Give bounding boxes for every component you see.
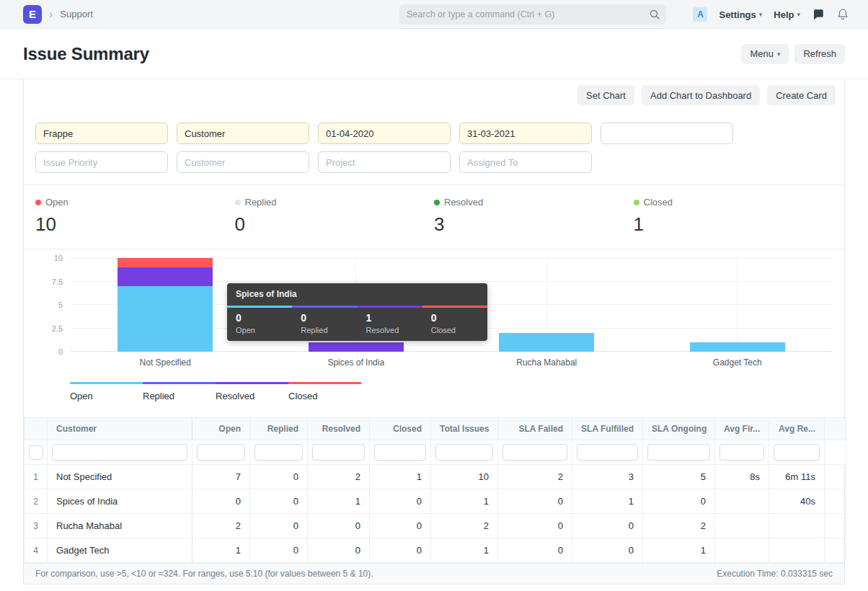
- chat-icon[interactable]: [812, 8, 825, 21]
- column-header-customer[interactable]: Customer: [48, 418, 192, 440]
- bell-icon[interactable]: [836, 8, 849, 21]
- cell-total-issues[interactable]: 2: [431, 514, 498, 538]
- cell-total-issues[interactable]: 1: [431, 489, 498, 514]
- cell-customer[interactable]: Not Specified: [48, 465, 192, 489]
- cell-closed[interactable]: 0: [370, 489, 431, 514]
- cell-customer[interactable]: Spices of India: [48, 489, 192, 514]
- bar-segment-open[interactable]: [118, 286, 213, 352]
- column-header-resolved[interactable]: Resolved: [308, 418, 370, 440]
- bar-segment-open[interactable]: [499, 333, 594, 352]
- project-filter[interactable]: [318, 151, 451, 173]
- bar-stack[interactable]: [690, 342, 785, 352]
- cell-open[interactable]: 2: [192, 514, 250, 538]
- column-header-total-issues[interactable]: Total Issues: [431, 418, 498, 440]
- cell-open[interactable]: 7: [192, 465, 250, 489]
- column-header-sla-fulfilled[interactable]: SLA Fulfilled: [572, 418, 643, 440]
- cell-replied[interactable]: 0: [250, 514, 308, 538]
- search-input[interactable]: [399, 9, 649, 19]
- bar-segment-resolved[interactable]: [309, 342, 404, 352]
- bar-stack[interactable]: [309, 342, 404, 352]
- column-header-sla-failed[interactable]: SLA Failed: [498, 418, 572, 440]
- cell-customer[interactable]: Rucha Mahabal: [48, 514, 192, 538]
- cell-sla-ongoing[interactable]: 0: [643, 489, 715, 514]
- settings-menu[interactable]: Settings ▾: [719, 9, 762, 20]
- help-menu[interactable]: Help ▾: [774, 9, 800, 20]
- create-card-button[interactable]: Create Card: [767, 85, 836, 105]
- cell-resolved[interactable]: 0: [308, 514, 370, 538]
- cell-replied[interactable]: 0: [250, 489, 308, 514]
- bar-segment-resolved[interactable]: [118, 267, 213, 286]
- cell-sla-ongoing[interactable]: 1: [643, 538, 715, 563]
- column-filter-resolved[interactable]: [312, 444, 365, 461]
- cell-resolved[interactable]: 1: [308, 489, 370, 514]
- global-search[interactable]: [399, 4, 666, 25]
- cell-replied[interactable]: 0: [250, 538, 308, 563]
- add-chart-to-dashboard-button[interactable]: Add Chart to Dashboard: [642, 85, 760, 105]
- column-header-avg-fir[interactable]: Avg Fir...: [715, 418, 769, 440]
- cell-avg-re[interactable]: 40s: [769, 489, 825, 514]
- cell-sla-failed[interactable]: 0: [498, 489, 572, 514]
- set-chart-button[interactable]: Set Chart: [577, 85, 634, 105]
- cell-closed[interactable]: 1: [370, 465, 431, 489]
- cell-sla-fulfilled[interactable]: 0: [572, 514, 643, 538]
- column-filter-avg-fir[interactable]: [719, 444, 764, 461]
- cell-open[interactable]: 1: [192, 538, 250, 563]
- customer-filter[interactable]: [177, 151, 309, 173]
- bar-segment-closed[interactable]: [118, 258, 213, 267]
- select-all-checkbox[interactable]: [29, 445, 43, 460]
- to-date-filter[interactable]: [459, 123, 592, 144]
- cell-avg-fir[interactable]: [715, 489, 769, 514]
- cell-avg-fir[interactable]: 8s: [715, 465, 769, 489]
- cell-sla-failed[interactable]: 0: [498, 538, 572, 563]
- cell-customer[interactable]: Gadget Tech: [48, 538, 192, 563]
- column-filter-sla-failed[interactable]: [502, 444, 567, 461]
- cell-total-issues[interactable]: 1: [431, 538, 498, 563]
- column-filter-replied[interactable]: [254, 444, 303, 461]
- from-date-filter[interactable]: [318, 123, 451, 144]
- column-filter-customer[interactable]: [52, 444, 187, 461]
- cell-sla-ongoing[interactable]: 2: [643, 514, 715, 538]
- cell-sla-failed[interactable]: 2: [498, 465, 572, 489]
- cell-sla-fulfilled[interactable]: 0: [572, 538, 643, 563]
- cell-sla-failed[interactable]: 0: [498, 514, 572, 538]
- bar-stack[interactable]: [118, 258, 213, 352]
- cell-total-issues[interactable]: 10: [431, 465, 498, 489]
- column-filter-closed[interactable]: [374, 444, 426, 461]
- column-filter-sla-ongoing[interactable]: [647, 444, 710, 461]
- cell-avg-re[interactable]: [769, 538, 825, 563]
- based-on-filter[interactable]: [177, 123, 309, 144]
- column-filter-total-issues[interactable]: [435, 444, 493, 461]
- assigned-to-filter[interactable]: [459, 151, 592, 173]
- column-filter-open[interactable]: [197, 444, 245, 461]
- cell-sla-fulfilled[interactable]: 3: [572, 465, 643, 489]
- bar-stack[interactable]: [499, 333, 594, 352]
- app-logo[interactable]: E: [23, 5, 42, 24]
- menu-button[interactable]: Menu ▾: [741, 44, 789, 64]
- cell-sla-fulfilled[interactable]: 1: [572, 489, 643, 514]
- cell-open[interactable]: 0: [192, 489, 250, 514]
- cell-avg-fir[interactable]: [715, 538, 769, 563]
- column-header-open[interactable]: Open: [192, 418, 250, 440]
- column-header-closed[interactable]: Closed: [370, 418, 431, 440]
- column-header-avg-re[interactable]: Avg Re...: [769, 418, 825, 440]
- cell-resolved[interactable]: 2: [308, 465, 370, 489]
- column-header-sla-ongoing[interactable]: SLA Ongoing: [643, 418, 715, 440]
- cell-sla-ongoing[interactable]: 5: [643, 465, 715, 489]
- cell-closed[interactable]: 0: [370, 538, 431, 563]
- cell-closed[interactable]: 0: [370, 514, 431, 538]
- bar-segment-open[interactable]: [690, 342, 785, 352]
- cell-avg-re[interactable]: 6m 11s: [769, 465, 825, 489]
- avatar-badge[interactable]: A: [693, 7, 707, 22]
- extra-filter[interactable]: [601, 123, 733, 144]
- cell-avg-re[interactable]: [769, 514, 825, 538]
- issue-priority-filter[interactable]: [35, 151, 168, 173]
- column-filter-sla-fulfilled[interactable]: [577, 444, 638, 461]
- company-filter[interactable]: [35, 123, 168, 144]
- refresh-button[interactable]: Refresh: [794, 44, 845, 64]
- cell-replied[interactable]: 0: [250, 465, 308, 489]
- column-filter-avg-re[interactable]: [774, 444, 820, 461]
- column-header-replied[interactable]: Replied: [250, 418, 308, 440]
- cell-resolved[interactable]: 0: [308, 538, 370, 563]
- breadcrumb-support[interactable]: Support: [60, 9, 93, 19]
- cell-avg-fir[interactable]: [715, 514, 769, 538]
